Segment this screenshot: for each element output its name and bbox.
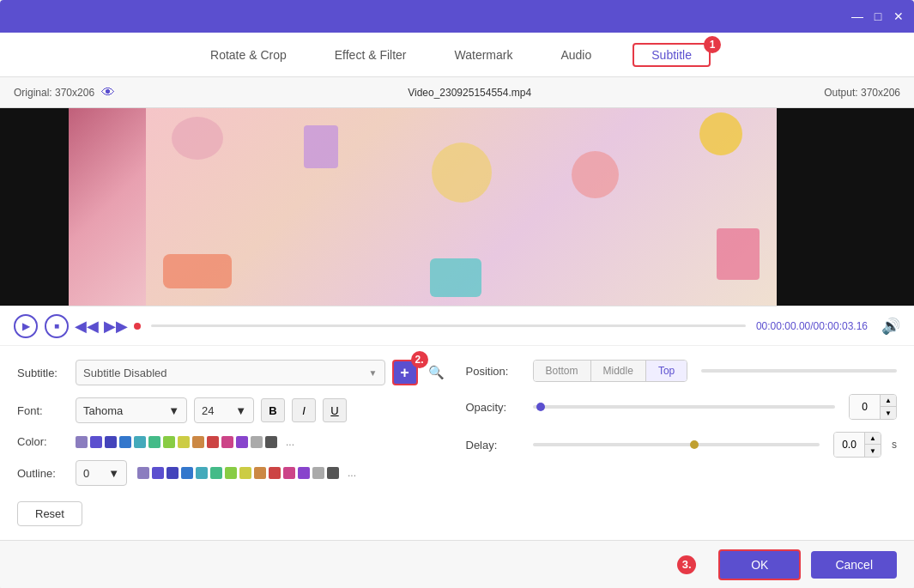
video-section-right bbox=[777, 108, 845, 306]
italic-button[interactable]: I bbox=[292, 398, 316, 422]
search-subtitle-button[interactable]: 🔍 bbox=[425, 361, 449, 385]
video-black-right bbox=[845, 108, 914, 306]
color-swatch-1[interactable] bbox=[90, 436, 102, 448]
position-top-button[interactable]: Top bbox=[646, 361, 687, 381]
position-group: Bottom Middle Top bbox=[533, 360, 688, 382]
color-swatch-13[interactable] bbox=[265, 436, 277, 448]
outline-more-button[interactable]: ... bbox=[348, 467, 356, 479]
font-label: Font: bbox=[17, 404, 69, 417]
subtitle-value: Subtitle Disabled bbox=[83, 367, 167, 379]
underline-button[interactable]: U bbox=[323, 398, 347, 422]
color-swatches bbox=[76, 436, 277, 448]
progress-track[interactable] bbox=[151, 324, 746, 327]
opacity-stepper: 0 ▲ ▼ bbox=[849, 394, 897, 420]
stop-button[interactable]: ■ bbox=[45, 314, 69, 338]
color-more-button[interactable]: ... bbox=[286, 436, 294, 448]
color-swatch-5[interactable] bbox=[148, 436, 160, 448]
color-swatch-12[interactable] bbox=[251, 436, 263, 448]
video-main-area bbox=[69, 108, 845, 306]
opacity-slider[interactable] bbox=[533, 405, 836, 409]
color-swatch-8[interactable] bbox=[192, 436, 204, 448]
position-slider[interactable] bbox=[701, 369, 897, 373]
font-select[interactable]: Tahoma ▼ bbox=[76, 397, 187, 423]
cancel-button[interactable]: Cancel bbox=[811, 551, 897, 579]
color-swatch-3[interactable] bbox=[119, 436, 131, 448]
tab-audio[interactable]: Audio bbox=[554, 45, 598, 65]
color-row: Color: ... bbox=[17, 435, 449, 448]
color-swatch-6[interactable] bbox=[163, 436, 175, 448]
video-black-left bbox=[0, 108, 69, 306]
video-header: Original: 370x206 👁 Video_230925154554.m… bbox=[0, 77, 914, 108]
reset-button[interactable]: Reset bbox=[17, 501, 82, 526]
bold-button[interactable]: B bbox=[261, 398, 285, 422]
video-section-center bbox=[146, 108, 777, 306]
tab-navigation: Rotate & Crop Effect & Filter Watermark … bbox=[0, 33, 914, 77]
outline-swatch-2[interactable] bbox=[166, 467, 179, 479]
outline-label: Outline: bbox=[17, 467, 69, 480]
subtitle-row: Subtitle: Subtitle Disabled ▼ + 2. 🔍 bbox=[17, 360, 449, 385]
dropdown-arrow-icon: ▼ bbox=[369, 368, 378, 378]
outline-swatch-1[interactable] bbox=[152, 467, 164, 479]
opacity-value: 0 bbox=[850, 395, 881, 419]
volume-icon[interactable]: 🔊 bbox=[881, 317, 900, 336]
tab-subtitle[interactable]: Subtitle 1 bbox=[633, 43, 711, 67]
color-swatch-9[interactable] bbox=[207, 436, 219, 448]
tab-watermark[interactable]: Watermark bbox=[448, 45, 520, 65]
position-middle-button[interactable]: Middle bbox=[591, 361, 646, 381]
outline-swatch-7[interactable] bbox=[239, 467, 251, 479]
delay-thumb bbox=[690, 440, 699, 449]
color-label: Color: bbox=[17, 435, 69, 448]
color-swatch-0[interactable] bbox=[76, 436, 88, 448]
delay-down-button[interactable]: ▼ bbox=[865, 445, 881, 457]
outline-swatch-12[interactable] bbox=[312, 467, 324, 479]
outline-value: 0 bbox=[83, 467, 89, 480]
outline-swatch-11[interactable] bbox=[298, 467, 310, 479]
color-swatch-11[interactable] bbox=[236, 436, 248, 448]
step-3-area: 3. bbox=[677, 555, 701, 574]
delay-unit-label: s bbox=[892, 439, 897, 451]
add-subtitle-button[interactable]: + 2. bbox=[392, 360, 418, 385]
video-output-info: Output: 370x206 bbox=[824, 87, 900, 99]
size-select-arrow-icon: ▼ bbox=[235, 404, 246, 417]
close-button[interactable]: ✕ bbox=[892, 9, 905, 23]
prev-button[interactable]: ◀◀ bbox=[76, 315, 98, 337]
outline-swatch-6[interactable] bbox=[225, 467, 237, 479]
color-swatch-4[interactable] bbox=[134, 436, 146, 448]
play-button[interactable]: ▶ bbox=[14, 314, 38, 338]
subtitle-label: Subtitle: bbox=[17, 367, 69, 379]
tab-rotate-crop[interactable]: Rotate & Crop bbox=[203, 45, 294, 65]
outline-swatch-8[interactable] bbox=[254, 467, 266, 479]
outline-swatch-13[interactable] bbox=[327, 467, 339, 479]
color-swatch-7[interactable] bbox=[178, 436, 190, 448]
delay-slider[interactable] bbox=[533, 443, 820, 446]
outline-swatch-0[interactable] bbox=[137, 467, 149, 479]
opacity-up-button[interactable]: ▲ bbox=[881, 395, 896, 407]
next-button[interactable]: ▶▶ bbox=[105, 315, 127, 337]
eye-icon[interactable]: 👁 bbox=[101, 85, 115, 100]
step-2-badge: 2. bbox=[411, 351, 428, 368]
minimize-button[interactable]: — bbox=[850, 9, 864, 23]
title-bar: — □ ✕ bbox=[0, 0, 914, 33]
color-swatch-2[interactable] bbox=[105, 436, 117, 448]
outline-swatch-10[interactable] bbox=[283, 467, 295, 479]
opacity-down-button[interactable]: ▼ bbox=[881, 407, 896, 419]
outline-swatch-3[interactable] bbox=[181, 467, 193, 479]
outline-swatch-5[interactable] bbox=[210, 467, 222, 479]
outline-num-select[interactable]: 0 ▼ bbox=[76, 460, 127, 486]
tab-effect-filter[interactable]: Effect & Filter bbox=[328, 45, 414, 65]
controls-left: Subtitle: Subtitle Disabled ▼ + 2. 🔍 Fon… bbox=[17, 360, 449, 526]
size-select[interactable]: 24 ▼ bbox=[194, 397, 254, 423]
delay-up-button[interactable]: ▲ bbox=[865, 433, 881, 445]
opacity-label: Opacity: bbox=[466, 401, 526, 414]
outline-swatch-4[interactable] bbox=[196, 467, 208, 479]
delay-stepper: 0.0 ▲ ▼ bbox=[833, 432, 881, 458]
color-swatch-10[interactable] bbox=[221, 436, 233, 448]
subtitle-dropdown[interactable]: Subtitle Disabled ▼ bbox=[76, 360, 385, 385]
title-bar-controls: — □ ✕ bbox=[850, 9, 905, 23]
outline-swatch-9[interactable] bbox=[269, 467, 281, 479]
delay-value: 0.0 bbox=[834, 433, 865, 457]
maximize-button[interactable]: □ bbox=[871, 9, 885, 23]
progress-dot bbox=[134, 323, 141, 330]
position-bottom-button[interactable]: Bottom bbox=[534, 361, 591, 381]
ok-button[interactable]: OK bbox=[718, 549, 801, 580]
